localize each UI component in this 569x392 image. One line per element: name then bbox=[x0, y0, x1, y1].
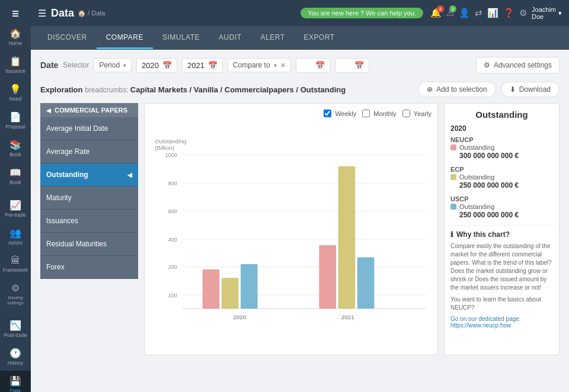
year1-input[interactable]: 2020 📅 bbox=[136, 58, 177, 73]
tab-compare[interactable]: COMPARE bbox=[97, 27, 153, 49]
exploration-breadcrumbs: Exploration breadcrumbs: Capital Markets… bbox=[40, 85, 346, 94]
tab-export[interactable]: EXPORT bbox=[295, 27, 344, 49]
date-label: Date bbox=[40, 60, 58, 70]
sidebar-item-need[interactable]: 💡 Need bbox=[0, 79, 31, 107]
left-panel: COMMERCIAL PAPERS Average Initial Date A… bbox=[40, 103, 138, 355]
info-icon: ℹ bbox=[450, 230, 453, 239]
weekly-checkbox-label[interactable]: Weekly bbox=[324, 110, 356, 117]
sidebar-item-data[interactable]: 💾 Data bbox=[0, 371, 31, 392]
sidebar-actors-label: Actors bbox=[8, 240, 23, 246]
left-panel-title: COMMERCIAL PAPERS bbox=[55, 107, 127, 114]
content-area: Date Selector Period ▾ 2020 📅 2021 📅 bbox=[31, 50, 569, 392]
chart-area: Weekly Monthly Yearly bbox=[144, 103, 438, 355]
left-panel-item-avg-initial-date[interactable]: Average Initial Date bbox=[40, 117, 138, 140]
tab-simulate[interactable]: SIMULATE bbox=[153, 27, 209, 49]
svg-text:600: 600 bbox=[168, 208, 177, 214]
right-panel-title: Outstanding bbox=[450, 110, 553, 120]
compare-calendar1-icon: 📅 bbox=[315, 61, 325, 70]
notification-bell-button[interactable]: 🔔 4 bbox=[430, 8, 442, 18]
sidebar-item-posttrade[interactable]: 📉 Post-trade bbox=[0, 315, 31, 343]
neucp-value: 300 000 000 000 € bbox=[459, 152, 553, 160]
year2-input[interactable]: 2021 📅 bbox=[182, 58, 223, 73]
compare-to-selector[interactable]: Compare to ▾ ✕ bbox=[228, 58, 291, 72]
exploration-label: Exploration breadcrumbs: bbox=[40, 85, 130, 94]
neucp-outstanding-label: Outstanding bbox=[450, 144, 553, 151]
chart-topbar-icon[interactable]: 📊 bbox=[487, 8, 498, 18]
add-to-selection-button[interactable]: ⊕ Add to selection bbox=[418, 82, 496, 97]
period-selector[interactable]: Period ▾ bbox=[94, 58, 132, 72]
breadcrumbs-label: breadcrumbs: bbox=[85, 86, 130, 94]
weekly-checkbox[interactable] bbox=[324, 110, 331, 117]
settings-topbar-icon[interactable]: ⚙ bbox=[519, 8, 527, 18]
framework-icon: 🏛 bbox=[11, 255, 20, 266]
user-menu[interactable]: JoachimDoe ▾ bbox=[532, 6, 562, 20]
sidebar-issuance-label: Issuance bbox=[5, 68, 25, 74]
sidebar-book2-label: Book bbox=[9, 179, 21, 185]
x-label-2021: 2021 bbox=[341, 314, 354, 320]
user-topbar-icon[interactable]: 👤 bbox=[459, 8, 470, 18]
compare-date1-input[interactable]: 📅 bbox=[296, 58, 330, 73]
advanced-settings-button[interactable]: ⚙ Advanced settings bbox=[476, 57, 560, 73]
sidebar-need-label: Need bbox=[9, 96, 21, 102]
why-chart-link[interactable]: Go on our dedicated page: https://www.ne… bbox=[450, 316, 553, 329]
compare-date2-input[interactable]: 📅 bbox=[335, 58, 369, 73]
download-label: Download bbox=[519, 85, 551, 94]
bar-2020-ecp bbox=[222, 278, 239, 309]
left-panel-item-outstanding[interactable]: Outstanding bbox=[40, 163, 138, 187]
tab-alert[interactable]: ALERT bbox=[251, 27, 295, 49]
yearly-checkbox-label[interactable]: Yearly bbox=[402, 110, 431, 117]
tab-discover[interactable]: DISCOVER bbox=[38, 27, 97, 49]
sidebar-data-label: Data bbox=[10, 388, 21, 392]
svg-text:800: 800 bbox=[168, 181, 177, 187]
exchange-icon[interactable]: ⇄ bbox=[475, 8, 482, 18]
add-to-selection-label: Add to selection bbox=[436, 85, 487, 94]
x-label-2020: 2020 bbox=[233, 314, 246, 320]
left-panel-header: COMMERCIAL PAPERS bbox=[40, 103, 138, 117]
sidebar-item-book2[interactable]: 📖 Book bbox=[0, 162, 31, 190]
question-icon[interactable]: ❓ bbox=[503, 8, 514, 18]
compare-date2-placeholder bbox=[340, 61, 351, 70]
left-panel-item-avg-rate[interactable]: Average Rate bbox=[40, 140, 138, 163]
two-col-layout: COMMERCIAL PAPERS Average Initial Date A… bbox=[40, 103, 560, 355]
chart-right-container: Weekly Monthly Yearly bbox=[144, 103, 560, 355]
left-panel-item-issuances[interactable]: Issuances bbox=[40, 210, 138, 233]
date-selector-row: Date Selector Period ▾ 2020 📅 2021 📅 bbox=[40, 57, 560, 73]
svg-text:100: 100 bbox=[168, 293, 177, 298]
left-panel-item-forex[interactable]: Forex bbox=[40, 256, 138, 279]
sidebar-framework-label: Framework bbox=[3, 267, 28, 273]
sidebar-item-issuance[interactable]: 📋 Issuance bbox=[0, 51, 31, 79]
why-chart-learn-more: You want to learn the basics about NEUCP… bbox=[450, 295, 553, 312]
notification-badge: 4 bbox=[437, 5, 444, 12]
book2-icon: 📖 bbox=[9, 167, 21, 178]
uscp-value: 250 000 000 000 € bbox=[459, 211, 553, 219]
main-content: ☰ Data 🏠 / Data You are new here ? We ca… bbox=[31, 0, 569, 392]
exploration-row: Exploration breadcrumbs: Capital Markets… bbox=[40, 82, 560, 97]
download-button[interactable]: ⬇ Download bbox=[501, 82, 560, 97]
advanced-settings-icon: ⚙ bbox=[484, 61, 490, 69]
help-banner[interactable]: You are new here ? We can help you. bbox=[301, 8, 423, 18]
sidebar-item-home[interactable]: 🏠 Home bbox=[0, 23, 31, 51]
sidebar-item-book1[interactable]: 📚 Book bbox=[0, 134, 31, 162]
exploration-bold-label: Exploration bbox=[40, 85, 83, 94]
chart-controls: Weekly Monthly Yearly bbox=[151, 110, 431, 117]
left-panel-item-residual-maturities[interactable]: Residual Maturities bbox=[40, 233, 138, 256]
sidebar-item-actors[interactable]: 👥 Actors bbox=[0, 223, 31, 250]
add-icon: ⊕ bbox=[427, 85, 433, 94]
monthly-checkbox-label[interactable]: Monthly bbox=[362, 110, 397, 117]
chart-body: Outstanding (Billion) 1000 bbox=[151, 122, 431, 349]
sidebar-item-issuing-settings[interactable]: ⚙ Issuing settings bbox=[0, 278, 31, 310]
alert-button[interactable]: ⚠ 3 bbox=[446, 8, 454, 18]
monthly-checkbox[interactable] bbox=[362, 110, 370, 117]
compare-to-close-icon[interactable]: ✕ bbox=[280, 62, 286, 69]
menu-icon[interactable]: ☰ bbox=[38, 8, 46, 19]
user-name: JoachimDoe bbox=[532, 6, 556, 20]
yearly-checkbox[interactable] bbox=[402, 110, 410, 117]
sidebar-item-framework[interactable]: 🏛 Framework bbox=[0, 250, 31, 278]
sidebar-item-pretrade[interactable]: 📈 Pre-trade bbox=[0, 195, 31, 223]
tab-audit[interactable]: AUDIT bbox=[209, 27, 251, 49]
left-panel-item-maturity[interactable]: Maturity bbox=[40, 187, 138, 210]
sidebar-item-history[interactable]: 🕐 History bbox=[0, 343, 31, 371]
uscp-outstanding-label: Outstanding bbox=[450, 203, 553, 210]
sidebar-item-proposal[interactable]: 📄 Proposal bbox=[0, 107, 31, 134]
bar-2021-ecp bbox=[338, 166, 356, 309]
